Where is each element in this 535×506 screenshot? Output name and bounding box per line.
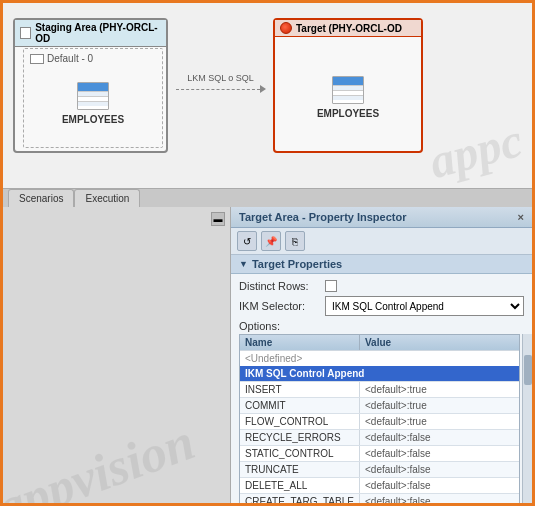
collapse-button[interactable]: ▬ bbox=[211, 212, 225, 226]
ikm-selector-dropdown[interactable]: IKM SQL Control Append bbox=[325, 296, 524, 316]
properties-content: Distinct Rows: IKM Selector: IKM SQL Con… bbox=[231, 274, 532, 506]
staging-inner: Default - 0 EMPLOYEES bbox=[23, 48, 163, 148]
dropdown-row: <Undefined> IKM SQL Control Append bbox=[240, 350, 519, 381]
connector-line bbox=[176, 85, 266, 93]
ikm-selector-label: IKM Selector: bbox=[239, 300, 319, 312]
refresh-button[interactable]: ↺ bbox=[237, 231, 257, 251]
panel-title-bar: Target Area - Property Inspector × bbox=[231, 207, 532, 228]
options-section: Name Value <Undefined> IKM SQL Control A… bbox=[231, 334, 532, 506]
main-container: appc Staging Area (PHY-ORCL-OD Default -… bbox=[3, 3, 532, 503]
copy-button[interactable]: ⎘ bbox=[285, 231, 305, 251]
col-name-header: Name bbox=[240, 335, 360, 350]
distinct-rows-label: Distinct Rows: bbox=[239, 280, 319, 292]
right-panel: Target Area - Property Inspector × ↺ 📌 ⎘… bbox=[231, 207, 532, 506]
table-row: INSERT <default>:true bbox=[240, 381, 519, 397]
options-header: Name Value bbox=[240, 335, 519, 350]
left-panel: appvision ▬ bbox=[3, 207, 231, 506]
toolbar-row: ↺ 📌 ⎘ bbox=[231, 228, 532, 255]
canvas-area: appc Staging Area (PHY-ORCL-OD Default -… bbox=[3, 3, 532, 188]
watermark: appc bbox=[423, 112, 527, 188]
distinct-rows-checkbox[interactable] bbox=[325, 280, 337, 292]
option-ikm-sql[interactable]: IKM SQL Control Append bbox=[240, 366, 519, 381]
option-undefined[interactable]: <Undefined> bbox=[240, 351, 519, 366]
close-button[interactable]: × bbox=[518, 211, 524, 223]
table-row: DELETE_ALL <default>:false bbox=[240, 477, 519, 493]
panel-title: Target Area - Property Inspector bbox=[239, 211, 407, 223]
ikm-selector-row: IKM Selector: IKM SQL Control Append bbox=[231, 294, 532, 318]
table-row: CREATE_TARG_TABLE <default>:false bbox=[240, 493, 519, 506]
tabs-bar: Scenarios Execution bbox=[3, 188, 532, 207]
tab-scenarios[interactable]: Scenarios bbox=[8, 189, 74, 207]
table-row: STATIC_CONTROL <default>:false bbox=[240, 445, 519, 461]
target-title: Target (PHY-ORCL-OD bbox=[275, 20, 421, 37]
staging-title: Staging Area (PHY-ORCL-OD bbox=[15, 20, 166, 47]
staging-icon bbox=[20, 27, 31, 39]
table-row: RECYCLE_ERRORS <default>:false bbox=[240, 429, 519, 445]
left-watermark: appvision bbox=[3, 412, 202, 506]
staging-table-label: EMPLOYEES bbox=[62, 114, 124, 125]
target-box: Target (PHY-ORCL-OD EMPLOYEES bbox=[273, 18, 423, 153]
bottom-panel: appvision ▬ Target Area - Property Inspe… bbox=[3, 207, 532, 506]
section-header: ▼ Target Properties bbox=[231, 255, 532, 274]
table-row: TRUNCATE <default>:false bbox=[240, 461, 519, 477]
scrollbar-vertical[interactable] bbox=[522, 334, 532, 506]
target-table-icon bbox=[332, 76, 364, 104]
options-table-wrapper: Name Value <Undefined> IKM SQL Control A… bbox=[239, 334, 520, 506]
table-row: FLOW_CONTROL <default>:true bbox=[240, 413, 519, 429]
col-value-header: Value bbox=[360, 335, 519, 350]
section-label: Target Properties bbox=[252, 258, 342, 270]
table-row: COMMIT <default>:true bbox=[240, 397, 519, 413]
pin-button[interactable]: 📌 bbox=[261, 231, 281, 251]
staging-table-icon bbox=[77, 82, 109, 110]
scrollbar-thumb[interactable] bbox=[524, 355, 532, 385]
target-icon bbox=[280, 22, 292, 34]
tab-execution[interactable]: Execution bbox=[74, 189, 140, 207]
target-inner: EMPLOYEES bbox=[275, 37, 421, 148]
options-row: Options: bbox=[231, 318, 532, 334]
options-data-rows: INSERT <default>:true COMMIT <default>:t… bbox=[240, 381, 519, 506]
options-label: Options: bbox=[239, 320, 319, 332]
distinct-rows-row: Distinct Rows: bbox=[231, 278, 532, 294]
connector-label: LKM SQL o SQL bbox=[187, 73, 254, 83]
connector: LKM SQL o SQL bbox=[168, 58, 273, 108]
expand-icon: ▼ bbox=[239, 259, 248, 269]
target-table-label: EMPLOYEES bbox=[317, 108, 379, 119]
staging-box: Staging Area (PHY-ORCL-OD Default - 0 EM… bbox=[13, 18, 168, 153]
staging-subtitle: Default - 0 bbox=[30, 53, 93, 64]
